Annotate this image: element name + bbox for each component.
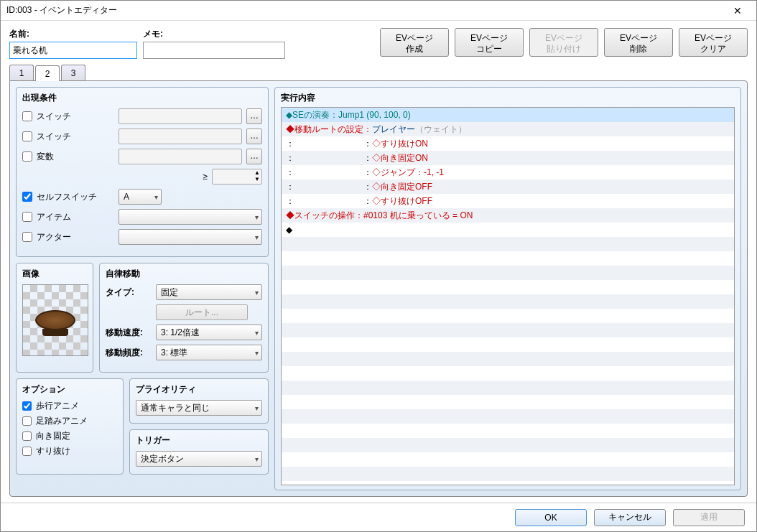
image-group: 画像	[16, 263, 93, 373]
trigger-select[interactable]: 決定ボタン	[136, 451, 262, 467]
command-line-empty[interactable]	[282, 237, 734, 251]
automove-title: 自律移動	[106, 268, 262, 280]
command-line[interactable]: ： ：◇すり抜けON	[282, 136, 734, 151]
command-line[interactable]: ： ：◇向き固定ON	[282, 151, 734, 165]
tab-1[interactable]: 1	[9, 65, 34, 80]
item-checkbox[interactable]	[22, 212, 32, 222]
cancel-button[interactable]: キャンセル	[594, 509, 666, 526]
variable-label: 変数	[37, 151, 114, 163]
command-line-empty[interactable]	[282, 381, 734, 395]
close-icon[interactable]: ✕	[725, 5, 751, 17]
image-title: 画像	[22, 268, 87, 280]
trigger-group: トリガー 決定ボタン	[129, 429, 269, 475]
memo-input[interactable]	[143, 42, 285, 59]
command-line[interactable]: ： ：◇すり抜けOFF	[282, 194, 734, 208]
command-line[interactable]: ◆	[282, 223, 734, 237]
memo-field-wrapper: メモ:	[143, 28, 285, 59]
evpage-new-button[interactable]: EVページ 作成	[380, 28, 449, 57]
ok-button[interactable]: OK	[515, 509, 587, 526]
switch1-label: スイッチ	[37, 111, 114, 123]
variable-browse-button[interactable]: …	[246, 149, 262, 164]
apply-button: 適用	[673, 509, 745, 526]
command-line-empty[interactable]	[282, 424, 734, 438]
walk-anim-label: 歩行アニメ	[36, 400, 79, 412]
command-line-empty[interactable]	[282, 352, 734, 366]
command-line-empty[interactable]	[282, 294, 734, 309]
selfswitch-label: セルフスイッチ	[37, 191, 114, 203]
command-line-empty[interactable]	[282, 395, 734, 409]
item-label: アイテム	[37, 211, 114, 223]
commands-title: 実行内容	[281, 92, 735, 104]
freq-select[interactable]: 3: 標準	[156, 345, 262, 360]
command-line-empty[interactable]	[282, 467, 734, 481]
command-line-empty[interactable]	[282, 323, 734, 337]
dir-fix-checkbox[interactable]	[22, 431, 32, 441]
evpage-delete-button[interactable]: EVページ 削除	[604, 28, 673, 57]
command-line-empty[interactable]	[282, 452, 734, 467]
name-label: 名前:	[9, 28, 137, 40]
page-tabs: 1 2 3	[9, 65, 748, 80]
type-select[interactable]: 固定	[156, 284, 262, 300]
selfswitch-checkbox[interactable]	[22, 192, 32, 202]
dialog-footer: OK キャンセル 適用	[1, 503, 756, 531]
evpage-copy-button[interactable]: EVページ コピー	[455, 28, 524, 57]
switch2-checkbox[interactable]	[22, 131, 32, 141]
speed-label: 移動速度:	[106, 327, 150, 339]
evpage-paste-button: EVページ 貼り付け	[529, 28, 598, 57]
command-line-empty[interactable]	[282, 280, 734, 294]
trigger-title: トリガー	[136, 434, 262, 447]
variable-value-spinner[interactable]: ▲▼	[212, 169, 262, 185]
step-anim-checkbox[interactable]	[22, 416, 32, 426]
through-label: すり抜け	[36, 445, 70, 457]
options-group: オプション 歩行アニメ 足踏みアニメ 向き固定 すり抜け	[16, 378, 124, 475]
speed-select[interactable]: 3: 1/2倍速	[156, 325, 262, 340]
conditions-group: 出現条件 スイッチ … スイッチ … 変数 …	[16, 87, 269, 257]
variable-checkbox[interactable]	[22, 151, 32, 162]
automove-group: 自律移動 タイプ: 固定 ルート... 移動速度: 3: 1/2倍速 移動頻度:…	[99, 263, 269, 373]
command-line-empty[interactable]	[282, 266, 734, 280]
command-line-empty[interactable]	[282, 337, 734, 352]
priority-select[interactable]: 通常キャラと同じ	[136, 400, 262, 416]
evpage-clear-button[interactable]: EVページ クリア	[679, 28, 748, 57]
table-sprite-icon	[35, 310, 75, 330]
command-line-empty[interactable]	[282, 438, 734, 452]
switch1-browse-button[interactable]: …	[246, 108, 262, 124]
command-list[interactable]: ◆SEの演奏：Jump1 (90, 100, 0)◆移動ルートの設定：プレイヤー…	[281, 107, 735, 485]
tab-2[interactable]: 2	[35, 65, 60, 81]
switch2-browse-button[interactable]: …	[246, 129, 262, 144]
command-line[interactable]: ： ：◇向き固定OFF	[282, 179, 734, 194]
command-line-empty[interactable]	[282, 409, 734, 424]
commands-group: 実行内容 ◆SEの演奏：Jump1 (90, 100, 0)◆移動ルートの設定：…	[274, 87, 741, 490]
freq-label: 移動頻度:	[106, 347, 150, 359]
name-field-wrapper: 名前:	[9, 28, 137, 59]
command-line-empty[interactable]	[282, 309, 734, 323]
through-checkbox[interactable]	[22, 447, 32, 456]
dir-fix-label: 向き固定	[36, 430, 70, 442]
command-line[interactable]: ◆移動ルートの設定：プレイヤー（ウェイト）	[282, 122, 734, 136]
command-line[interactable]: ◆SEの演奏：Jump1 (90, 100, 0)	[282, 108, 734, 122]
item-select[interactable]	[119, 209, 262, 225]
step-anim-label: 足踏みアニメ	[36, 415, 88, 427]
actor-label: アクター	[37, 231, 114, 243]
selfswitch-select[interactable]: A	[119, 189, 162, 205]
command-line-empty[interactable]	[282, 251, 734, 266]
command-line-empty[interactable]	[282, 366, 734, 381]
actor-checkbox[interactable]	[22, 232, 32, 242]
image-preview[interactable]	[22, 284, 88, 356]
tab-content: 出現条件 スイッチ … スイッチ … 変数 …	[9, 80, 748, 497]
actor-select[interactable]	[119, 229, 262, 245]
switch2-field	[119, 129, 242, 144]
command-line[interactable]: ◆スイッチの操作：#0103 机に乗っている = ON	[282, 208, 734, 223]
command-line[interactable]: ： ：◇ジャンプ：-1, -1	[282, 165, 734, 179]
top-toolbar: 名前: メモ: EVページ 作成 EVページ コピー EVページ 貼り付け EV…	[1, 21, 756, 62]
route-button: ルート...	[156, 304, 248, 320]
switch1-checkbox[interactable]	[22, 111, 32, 121]
tab-3[interactable]: 3	[61, 65, 85, 80]
memo-label: メモ:	[143, 28, 285, 40]
conditions-title: 出現条件	[22, 92, 262, 104]
options-title: オプション	[22, 383, 117, 396]
name-input[interactable]	[9, 42, 137, 59]
switch1-field	[119, 108, 242, 124]
titlebar: ID:003 - イベントエディター ✕	[1, 1, 756, 21]
walk-anim-checkbox[interactable]	[22, 401, 32, 411]
